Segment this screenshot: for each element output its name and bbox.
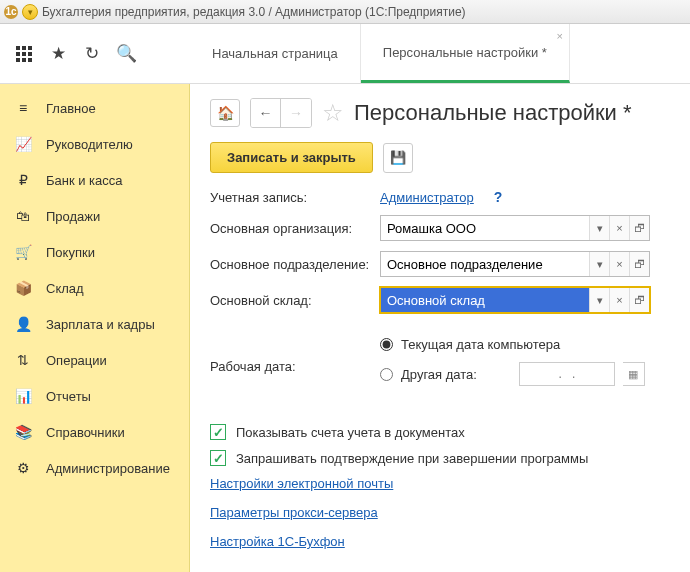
date-input[interactable] [519,362,615,386]
tab-label: Начальная страница [212,46,338,61]
radio-other-date[interactable]: Другая дата: ▦ [380,362,645,386]
sidebar-item-bank[interactable]: ₽Банк и касса [0,162,189,198]
org-label: Основная организация: [210,221,380,236]
date-label: Рабочая дата: [210,359,380,374]
window-title: Бухгалтерия предприятия, редакция 3.0 / … [42,5,466,19]
tabs: Начальная страница Персональные настройк… [190,24,570,83]
toolbar: ★ ↻ 🔍 Начальная страница Персональные на… [0,24,690,84]
dept-label: Основное подразделение: [210,257,380,272]
main: ≡Главное 📈Руководителю ₽Банк и касса 🛍Пр… [0,84,690,572]
radio-input[interactable] [380,368,393,381]
sidebar-item-main[interactable]: ≡Главное [0,90,189,126]
content: 🏠 ← → ☆ Персональные настройки * Записат… [190,84,690,572]
list-icon: ≡ [14,100,32,116]
toolbar-left: ★ ↻ 🔍 [0,24,190,83]
window-titlebar: 1c ▾ Бухгалтерия предприятия, редакция 3… [0,0,690,24]
nav-group: ← → [250,98,312,128]
help-icon[interactable]: ? [494,189,503,205]
home-button[interactable]: 🏠 [210,99,240,127]
dept-combo: ▾ × 🗗 [380,251,650,277]
radio-label: Текущая дата компьютера [401,337,560,352]
chart-icon: 📈 [14,136,32,152]
app-icon: 1c [4,5,18,19]
person-icon: 👤 [14,316,32,332]
star-icon[interactable]: ★ [48,44,68,64]
close-icon[interactable]: × [556,30,562,42]
link-buhfon-settings[interactable]: Настройка 1С-Бухфон [210,534,345,549]
checkbox-icon[interactable]: ✓ [210,424,226,440]
sidebar-item-label: Главное [46,101,96,116]
favorite-icon[interactable]: ☆ [322,99,344,127]
chevron-down-icon[interactable]: ▾ [589,252,609,276]
tab-home[interactable]: Начальная страница [190,24,361,83]
wh-row: Основной склад: ▾ × 🗗 [210,287,670,313]
org-row: Основная организация: ▾ × 🗗 [210,215,670,241]
clear-icon[interactable]: × [609,216,629,240]
checkbox-icon[interactable]: ✓ [210,450,226,466]
transfer-icon: ⇅ [14,352,32,368]
search-icon[interactable]: 🔍 [116,44,136,64]
wh-label: Основной склад: [210,293,380,308]
sidebar-item-label: Зарплата и кадры [46,317,155,332]
check-show-accounts[interactable]: ✓ Показывать счета учета в документах [210,424,670,440]
sidebar-item-label: Покупки [46,245,95,260]
barchart-icon: 📊 [14,388,32,404]
page-header: 🏠 ← → ☆ Персональные настройки * [210,98,670,128]
calendar-icon[interactable]: ▦ [623,362,645,386]
back-button[interactable]: ← [251,99,281,127]
sidebar-item-refs[interactable]: 📚Справочники [0,414,189,450]
sidebar-item-label: Руководителю [46,137,133,152]
dept-row: Основное подразделение: ▾ × 🗗 [210,251,670,277]
dropdown-icon[interactable]: ▾ [22,4,38,20]
box-icon: 📦 [14,280,32,296]
link-email-settings[interactable]: Настройки электронной почты [210,476,393,491]
sidebar-item-admin[interactable]: ⚙Администрирование [0,450,189,486]
tab-settings[interactable]: Персональные настройки * × [361,24,570,83]
checkbox-label: Показывать счета учета в документах [236,425,465,440]
sidebar-item-operations[interactable]: ⇅Операции [0,342,189,378]
account-row: Учетная запись: Администратор ? [210,189,670,205]
save-close-button[interactable]: Записать и закрыть [210,142,373,173]
radio-input[interactable] [380,338,393,351]
apps-icon[interactable] [14,44,34,64]
history-icon[interactable]: ↻ [82,44,102,64]
bag-icon: 🛍 [14,208,32,224]
account-label: Учетная запись: [210,190,380,205]
open-icon[interactable]: 🗗 [629,252,649,276]
sidebar-item-purchases[interactable]: 🛒Покупки [0,234,189,270]
clear-icon[interactable]: × [609,288,629,312]
wh-combo: ▾ × 🗗 [380,287,650,313]
org-input[interactable] [381,216,589,240]
sidebar-item-warehouse[interactable]: 📦Склад [0,270,189,306]
sidebar: ≡Главное 📈Руководителю ₽Банк и касса 🛍Пр… [0,84,190,572]
sidebar-item-label: Склад [46,281,84,296]
radio-label: Другая дата: [401,367,477,382]
account-link[interactable]: Администратор [380,190,474,205]
links: Настройки электронной почты Параметры пр… [210,476,670,563]
open-icon[interactable]: 🗗 [629,288,649,312]
wh-input[interactable] [381,288,589,312]
forward-button[interactable]: → [281,99,311,127]
tab-label: Персональные настройки * [383,45,547,60]
chevron-down-icon[interactable]: ▾ [589,288,609,312]
date-row: Рабочая дата: Текущая дата компьютера Др… [210,337,670,396]
dept-input[interactable] [381,252,589,276]
date-options: Текущая дата компьютера Другая дата: ▦ [380,337,645,396]
checkbox-label: Запрашивать подтверждение при завершении… [236,451,588,466]
cart-icon: 🛒 [14,244,32,260]
sidebar-item-hr[interactable]: 👤Зарплата и кадры [0,306,189,342]
clear-icon[interactable]: × [609,252,629,276]
sidebar-item-sales[interactable]: 🛍Продажи [0,198,189,234]
sidebar-item-manager[interactable]: 📈Руководителю [0,126,189,162]
save-button[interactable]: 💾 [383,143,413,173]
chevron-down-icon[interactable]: ▾ [589,216,609,240]
open-icon[interactable]: 🗗 [629,216,649,240]
sidebar-item-label: Отчеты [46,389,91,404]
page-title: Персональные настройки * [354,100,632,126]
sidebar-item-label: Справочники [46,425,125,440]
check-confirm-exit[interactable]: ✓ Запрашивать подтверждение при завершен… [210,450,670,466]
sidebar-item-reports[interactable]: 📊Отчеты [0,378,189,414]
radio-current-date[interactable]: Текущая дата компьютера [380,337,645,352]
books-icon: 📚 [14,424,32,440]
link-proxy-settings[interactable]: Параметры прокси-сервера [210,505,378,520]
